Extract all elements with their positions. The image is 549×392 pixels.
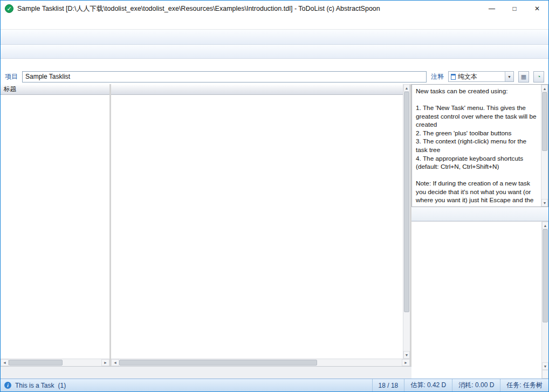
status-selected-count: (1) [58, 382, 66, 389]
scroll-up-icon[interactable]: ▲ [542, 222, 548, 229]
comments-panel: New tasks can be created using: 1. The '… [411, 84, 548, 207]
scroll-left-icon[interactable]: ◄ [1, 359, 9, 366]
info-icon: i [4, 382, 11, 389]
comments-text[interactable]: New tasks can be created using: 1. The '… [412, 85, 541, 207]
app-icon: ✓ [5, 4, 13, 13]
project-input[interactable] [22, 71, 427, 82]
menu-bar [1, 17, 548, 30]
minimize-button[interactable]: — [481, 1, 503, 17]
scroll-thumb[interactable] [542, 92, 547, 151]
task-tree-pane: 标题 ◄ ► [1, 84, 111, 366]
tree-hscrollbar[interactable]: ◄ ► [1, 359, 109, 366]
status-view: 任务: 任务树 [500, 379, 548, 391]
scroll-thumb[interactable] [9, 360, 63, 366]
comments-date-button[interactable]: ▦ [518, 71, 529, 82]
table-vscrollbar[interactable]: ▲ ▼ [403, 84, 410, 359]
filter-panel [1, 59, 548, 69]
scroll-up-icon[interactable]: ▲ [541, 85, 548, 92]
view-tab-bar [1, 366, 411, 379]
secondary-toolbar [1, 45, 548, 59]
column-header-title[interactable]: 标题 [1, 84, 109, 95]
maximize-button[interactable]: □ [503, 1, 526, 17]
scroll-down-icon[interactable]: ▼ [541, 199, 548, 207]
chevron-down-icon: ▼ [505, 72, 513, 81]
comments-vscrollbar[interactable]: ▲ ▼ [541, 85, 548, 207]
table-hscrollbar[interactable]: ◄ ► [111, 359, 410, 366]
right-panel: New tasks can be created using: 1. The '… [411, 84, 548, 379]
project-row: 项目 注释 纯文本 ▼ ▦ ◔ [1, 69, 548, 84]
scroll-track[interactable] [542, 229, 548, 362]
scroll-right-icon[interactable]: ► [402, 359, 410, 366]
column-header-row [111, 84, 403, 95]
scroll-down-icon[interactable]: ▼ [403, 351, 410, 359]
emoticon-button[interactable] [542, 370, 548, 379]
scroll-down-icon[interactable]: ▼ [542, 362, 548, 370]
tree-empty-area [1, 95, 109, 359]
scroll-thumb[interactable] [119, 360, 317, 366]
status-spent: 消耗: 0.00 D [452, 379, 500, 391]
status-estimate: 估算: 0.42 D [404, 379, 452, 391]
comments-format-value: 纯文本 [458, 73, 477, 80]
attribute-panel: ▲ ▼ [411, 221, 548, 379]
scroll-up-icon[interactable]: ▲ [403, 84, 410, 92]
main-toolbar [1, 30, 548, 45]
attribute-toolbar [411, 207, 548, 221]
window-title: Sample Tasklist [D:\人人下载\todolist_exe\to… [17, 4, 481, 13]
time-track-button[interactable]: ◔ [533, 71, 544, 82]
status-task-count: 18 / 18 [372, 379, 404, 391]
close-button[interactable]: ✕ [526, 1, 548, 17]
scroll-right-icon[interactable]: ► [101, 359, 109, 366]
plain-text-icon [451, 74, 456, 80]
table-empty-area [111, 95, 403, 359]
scroll-track[interactable] [541, 92, 548, 199]
scroll-thumb[interactable] [543, 229, 548, 322]
scroll-thumb[interactable] [404, 92, 409, 312]
task-columns-pane: ▲ ▼ ◄ ► [111, 84, 411, 366]
main-area: 标题 ◄ ► [1, 84, 548, 379]
comments-format-combo[interactable]: 纯文本 ▼ [448, 71, 514, 82]
scroll-left-icon[interactable]: ◄ [111, 359, 119, 366]
scroll-track[interactable] [403, 92, 410, 351]
scroll-track[interactable] [9, 359, 101, 366]
comments-label: 注释 [431, 72, 444, 81]
title-bar: ✓ Sample Tasklist [D:\人人下载\todolist_exe\… [1, 1, 548, 17]
attributes-vscrollbar[interactable]: ▲ ▼ [541, 222, 548, 379]
scroll-track[interactable] [119, 359, 402, 366]
status-selected-task: This is a Task [15, 382, 54, 389]
status-bar: i This is a Task (1) 18 / 18 估算: 0.42 D … [1, 379, 548, 391]
project-label: 项目 [5, 72, 18, 81]
app-window: ✓ Sample Tasklist [D:\人人下载\todolist_exe\… [0, 0, 549, 392]
